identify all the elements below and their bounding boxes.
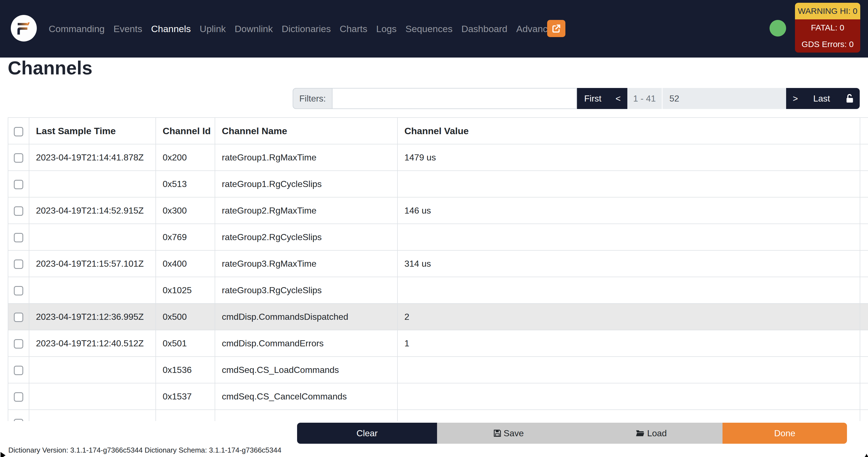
channel-name-cell: rateGroup1.RgMaxTime [215,144,398,171]
last-sample-time-cell: 2023-04-19T21:14:52.915Z [29,197,156,224]
nav-item-dictionaries[interactable]: Dictionaries [277,24,335,34]
nav-item-charts[interactable]: Charts [335,24,372,34]
clear-button[interactable]: Clear [297,423,437,444]
select-all-checkbox[interactable] [14,127,23,136]
status-badge-stack: WARNING HI: 0FATAL: 0GDS Errors: 0 [795,3,860,53]
unlock-icon[interactable] [845,93,854,103]
save-button[interactable]: Save [437,423,580,444]
pagination-total-input[interactable] [663,88,786,109]
filters-input[interactable] [333,88,577,109]
channel-id-cell: 0x1536 [156,357,215,383]
header-channel-id: Channel Id [156,118,215,144]
row-checkbox[interactable] [14,233,23,242]
channel-name-cell: rateGroup2.RgMaxTime [215,197,398,224]
nav-item-downlink[interactable]: Downlink [230,24,277,34]
channel-value-cell: 1 [398,330,860,357]
pagination-first-button[interactable]: First [584,93,601,104]
bottom-action-bar: Clear Save Load Done [297,423,847,444]
channels-table-wrap: Last Sample Time Channel Id Channel Name… [0,117,868,421]
channel-id-cell [156,410,215,421]
pagination-range: 1 - 41 [627,88,663,109]
nav-item-commanding[interactable]: Commanding [44,24,109,34]
nav-item-channels[interactable]: Channels [147,24,195,34]
header-channel-value: Channel Value [398,118,860,144]
last-sample-time-cell: 2023-04-19T21:15:57.101Z [29,250,156,277]
pagination-left: First < [577,88,627,109]
channel-value-cell [398,383,860,410]
nav-item-logs[interactable]: Logs [372,24,401,34]
navbar: CommandingEventsChannelsUplinkDownlinkDi… [0,0,868,58]
channel-value-cell [398,410,860,421]
row-checkbox[interactable] [14,392,23,402]
header-last-sample-time: Last Sample Time [29,118,156,144]
channel-id-cell: 0x513 [156,171,215,197]
channel-value-cell: 314 us [398,250,860,277]
channel-id-cell: 0x500 [156,303,215,330]
fprime-logo [10,15,37,41]
table-header-row: Last Sample Time Channel Id Channel Name… [8,118,868,144]
last-sample-time-cell [29,277,156,303]
connection-status-dot [770,20,786,36]
row-checkbox[interactable] [14,180,23,189]
row-checkbox[interactable] [14,206,23,216]
table-row: 0x769rateGroup2.RgCycleSlips [8,224,868,250]
channel-name-cell: cmdSeq.CS_LoadCommands [215,357,398,383]
nav-item-events[interactable]: Events [109,24,147,34]
gds-channels-page: CommandingEventsChannelsUplinkDownlinkDi… [0,0,868,457]
external-link-icon [552,24,561,33]
table-row [8,410,868,421]
status-badge: WARNING HI: 0 [795,3,860,19]
row-checkbox[interactable] [14,153,23,163]
channel-name-cell: cmdDisp.CommandsDispatched [215,303,398,330]
channel-id-cell: 0x1025 [156,277,215,303]
status-badge: FATAL: 0 [795,19,860,36]
last-sample-time-cell [29,171,156,197]
table-row: 2023-04-19T21:12:40.512Z0x501cmdDisp.Com… [8,330,868,357]
channel-value-cell: 1479 us [398,144,860,171]
nav-item-uplink[interactable]: Uplink [195,24,230,34]
channel-name-cell: cmdSeq.CS_CancelCommands [215,383,398,410]
table-row: 0x1536cmdSeq.CS_LoadCommands [8,357,868,383]
pagination-right: > Last [786,88,860,109]
details-disclosure-triangle[interactable] [1,452,5,457]
row-checkbox[interactable] [14,286,23,296]
row-checkbox[interactable] [14,366,23,375]
dictionary-version-text: Dictionary Version: 3.1.1-174-g7366c5344… [8,446,281,455]
row-checkbox[interactable] [14,260,23,269]
table-row: 2023-04-19T21:14:52.915Z0x300rateGroup2.… [8,197,868,224]
save-icon [493,429,501,437]
channel-id-cell: 0x1537 [156,383,215,410]
load-button[interactable]: Load [580,423,722,444]
last-sample-time-cell: 2023-04-19T21:12:36.995Z [29,303,156,330]
channel-value-cell: 2 [398,303,860,330]
page-title: Channels [8,57,92,79]
channel-name-cell: rateGroup1.RgCycleSlips [215,171,398,197]
row-checkbox[interactable] [14,313,23,322]
nav-item-sequences[interactable]: Sequences [401,24,457,34]
row-checkbox[interactable] [14,419,23,421]
table-row: 0x1025rateGroup3.RgCycleSlips [8,277,868,303]
pagination-last-button[interactable]: Last [813,93,830,104]
open-new-window-button[interactable] [547,20,565,37]
channel-name-cell: rateGroup2.RgCycleSlips [215,224,398,250]
channel-value-cell [398,224,860,250]
load-folder-icon [636,429,645,437]
channel-id-cell: 0x200 [156,144,215,171]
filters-label: Filters: [293,88,333,109]
status-badge: GDS Errors: 0 [795,36,860,53]
table-row: 0x513rateGroup1.RgCycleSlips [8,171,868,197]
mouse-cursor [860,452,868,457]
done-button[interactable]: Done [722,423,847,444]
row-checkbox[interactable] [14,339,23,348]
pagination-next-button[interactable]: > [793,93,798,104]
channel-value-cell: 146 us [398,197,860,224]
channels-table: Last Sample Time Channel Id Channel Name… [8,117,868,421]
channel-name-cell [215,410,398,421]
channel-value-cell [398,171,860,197]
nav-item-dashboard[interactable]: Dashboard [457,24,512,34]
pagination-prev-button[interactable]: < [616,93,621,104]
table-row: 0x1537cmdSeq.CS_CancelCommands [8,383,868,410]
table-row: 2023-04-19T21:12:36.995Z0x500cmdDisp.Com… [8,303,868,330]
header-channel-name: Channel Name [215,118,398,144]
channel-id-cell: 0x501 [156,330,215,357]
